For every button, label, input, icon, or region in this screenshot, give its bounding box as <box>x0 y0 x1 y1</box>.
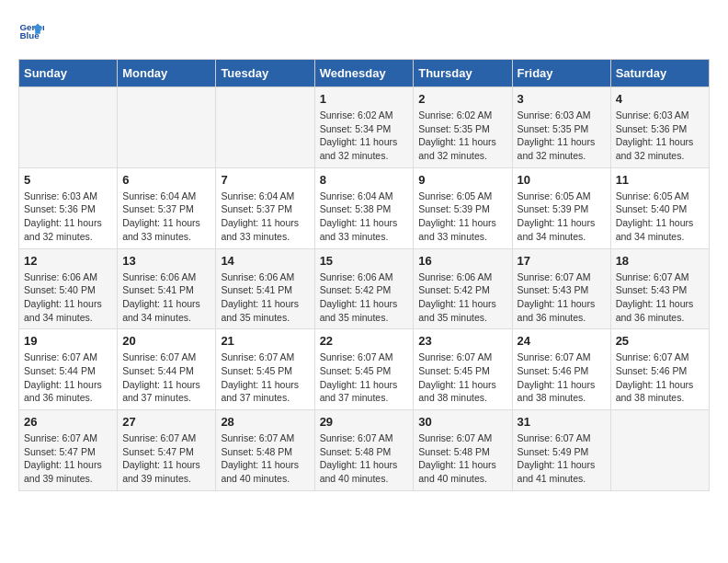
daylight-text: Daylight: 11 hours and 32 minutes. <box>320 136 398 161</box>
calendar-cell: 27 Sunrise: 6:07 AM Sunset: 5:47 PM Dayl… <box>118 410 216 491</box>
day-info: Sunrise: 6:04 AM Sunset: 5:38 PM Dayligh… <box>320 190 409 244</box>
sunset-text: Sunset: 5:44 PM <box>24 365 96 376</box>
day-info: Sunrise: 6:07 AM Sunset: 5:43 PM Dayligh… <box>518 270 606 325</box>
sunrise-text: Sunrise: 6:02 AM <box>320 109 393 121</box>
sunset-text: Sunset: 5:46 PM <box>616 365 688 376</box>
daylight-text: Daylight: 11 hours and 41 minutes. <box>518 459 596 484</box>
sunrise-text: Sunrise: 6:05 AM <box>616 190 689 201</box>
daylight-text: Daylight: 11 hours and 34 minutes. <box>616 217 694 242</box>
sunrise-text: Sunrise: 6:06 AM <box>122 271 196 282</box>
sunrise-text: Sunrise: 6:07 AM <box>24 351 97 362</box>
day-info: Sunrise: 6:07 AM Sunset: 5:44 PM Dayligh… <box>122 350 210 405</box>
sunrise-text: Sunrise: 6:03 AM <box>518 109 591 121</box>
calendar-cell: 12 Sunrise: 6:06 AM Sunset: 5:40 PM Dayl… <box>19 248 118 329</box>
calendar-cell <box>610 410 709 491</box>
calendar-cell: 17 Sunrise: 6:07 AM Sunset: 5:43 PM Dayl… <box>512 248 610 329</box>
calendar-cell: 16 Sunrise: 6:06 AM Sunset: 5:42 PM Dayl… <box>414 248 512 329</box>
sunset-text: Sunset: 5:43 PM <box>616 284 688 295</box>
day-info: Sunrise: 6:03 AM Sunset: 5:36 PM Dayligh… <box>616 109 704 163</box>
calendar-table: SundayMondayTuesdayWednesdayThursdayFrid… <box>18 59 710 491</box>
day-info: Sunrise: 6:02 AM Sunset: 5:34 PM Dayligh… <box>320 109 409 163</box>
day-info: Sunrise: 6:06 AM Sunset: 5:42 PM Dayligh… <box>320 270 409 325</box>
day-number: 29 <box>320 415 409 429</box>
sunset-text: Sunset: 5:41 PM <box>122 284 194 295</box>
sunset-text: Sunset: 5:36 PM <box>24 203 96 214</box>
day-info: Sunrise: 6:07 AM Sunset: 5:47 PM Dayligh… <box>24 431 112 486</box>
sunrise-text: Sunrise: 6:07 AM <box>320 351 393 362</box>
calendar-week-row: 26 Sunrise: 6:07 AM Sunset: 5:47 PM Dayl… <box>19 410 710 491</box>
calendar-cell <box>216 87 314 168</box>
day-number: 11 <box>616 173 704 187</box>
day-number: 10 <box>518 173 606 187</box>
weekday-header: Monday <box>118 60 216 87</box>
daylight-text: Daylight: 11 hours and 34 minutes. <box>24 298 102 323</box>
day-number: 12 <box>24 254 112 268</box>
daylight-text: Daylight: 11 hours and 33 minutes. <box>418 217 496 242</box>
sunrise-text: Sunrise: 6:05 AM <box>418 190 492 201</box>
sunset-text: Sunset: 5:42 PM <box>418 284 490 295</box>
day-number: 18 <box>616 254 704 268</box>
calendar-cell: 26 Sunrise: 6:07 AM Sunset: 5:47 PM Dayl… <box>19 410 118 491</box>
day-number: 17 <box>518 254 606 268</box>
daylight-text: Daylight: 11 hours and 37 minutes. <box>221 379 299 404</box>
weekday-header: Thursday <box>414 60 512 87</box>
weekday-header: Friday <box>512 60 610 87</box>
sunrise-text: Sunrise: 6:02 AM <box>418 109 492 121</box>
sunrise-text: Sunrise: 6:07 AM <box>418 432 492 443</box>
daylight-text: Daylight: 11 hours and 35 minutes. <box>221 298 299 323</box>
sunrise-text: Sunrise: 6:07 AM <box>320 432 393 443</box>
calendar-cell: 21 Sunrise: 6:07 AM Sunset: 5:45 PM Dayl… <box>216 329 314 410</box>
sunset-text: Sunset: 5:35 PM <box>418 123 490 134</box>
daylight-text: Daylight: 11 hours and 37 minutes. <box>320 379 398 404</box>
daylight-text: Daylight: 11 hours and 34 minutes. <box>518 217 596 242</box>
sunset-text: Sunset: 5:48 PM <box>320 446 392 457</box>
day-info: Sunrise: 6:03 AM Sunset: 5:35 PM Dayligh… <box>518 109 606 163</box>
day-number: 15 <box>320 254 409 268</box>
daylight-text: Daylight: 11 hours and 38 minutes. <box>518 379 596 404</box>
daylight-text: Daylight: 11 hours and 32 minutes. <box>616 136 694 161</box>
calendar-cell: 18 Sunrise: 6:07 AM Sunset: 5:43 PM Dayl… <box>610 248 709 329</box>
sunset-text: Sunset: 5:41 PM <box>221 284 292 295</box>
calendar-header-row: SundayMondayTuesdayWednesdayThursdayFrid… <box>19 60 710 87</box>
calendar-cell: 8 Sunrise: 6:04 AM Sunset: 5:38 PM Dayli… <box>314 167 414 248</box>
sunrise-text: Sunrise: 6:07 AM <box>122 432 196 443</box>
sunset-text: Sunset: 5:37 PM <box>221 203 292 214</box>
sunset-text: Sunset: 5:47 PM <box>24 446 96 457</box>
day-number: 21 <box>221 334 309 348</box>
calendar-cell: 30 Sunrise: 6:07 AM Sunset: 5:48 PM Dayl… <box>414 410 512 491</box>
sunset-text: Sunset: 5:45 PM <box>418 365 490 376</box>
daylight-text: Daylight: 11 hours and 32 minutes. <box>418 136 496 161</box>
daylight-text: Daylight: 11 hours and 38 minutes. <box>418 379 496 404</box>
day-number: 26 <box>24 415 112 429</box>
page-header: General Blue <box>18 18 710 44</box>
sunrise-text: Sunrise: 6:07 AM <box>616 351 689 362</box>
day-number: 2 <box>418 92 506 106</box>
day-number: 31 <box>518 415 606 429</box>
sunrise-text: Sunrise: 6:07 AM <box>221 432 294 443</box>
day-number: 4 <box>616 92 704 106</box>
day-info: Sunrise: 6:07 AM Sunset: 5:45 PM Dayligh… <box>221 350 309 405</box>
daylight-text: Daylight: 11 hours and 36 minutes. <box>518 298 596 323</box>
day-number: 7 <box>221 173 309 187</box>
day-number: 19 <box>24 334 112 348</box>
sunset-text: Sunset: 5:40 PM <box>24 284 96 295</box>
day-number: 24 <box>518 334 606 348</box>
sunset-text: Sunset: 5:48 PM <box>221 446 292 457</box>
daylight-text: Daylight: 11 hours and 39 minutes. <box>24 459 102 484</box>
calendar-cell: 22 Sunrise: 6:07 AM Sunset: 5:45 PM Dayl… <box>314 329 414 410</box>
daylight-text: Daylight: 11 hours and 35 minutes. <box>418 298 496 323</box>
calendar-week-row: 1 Sunrise: 6:02 AM Sunset: 5:34 PM Dayli… <box>19 87 710 168</box>
calendar-cell: 4 Sunrise: 6:03 AM Sunset: 5:36 PM Dayli… <box>610 87 709 168</box>
day-info: Sunrise: 6:02 AM Sunset: 5:35 PM Dayligh… <box>418 109 506 163</box>
calendar-cell: 7 Sunrise: 6:04 AM Sunset: 5:37 PM Dayli… <box>216 167 314 248</box>
day-info: Sunrise: 6:07 AM Sunset: 5:47 PM Dayligh… <box>122 431 210 486</box>
day-number: 13 <box>122 254 210 268</box>
sunrise-text: Sunrise: 6:07 AM <box>616 271 689 282</box>
sunset-text: Sunset: 5:36 PM <box>616 123 688 134</box>
sunset-text: Sunset: 5:43 PM <box>518 284 589 295</box>
weekday-header: Sunday <box>19 60 118 87</box>
sunset-text: Sunset: 5:49 PM <box>518 446 589 457</box>
day-info: Sunrise: 6:06 AM Sunset: 5:41 PM Dayligh… <box>122 270 210 325</box>
day-info: Sunrise: 6:05 AM Sunset: 5:40 PM Dayligh… <box>616 190 704 244</box>
calendar-cell: 15 Sunrise: 6:06 AM Sunset: 5:42 PM Dayl… <box>314 248 414 329</box>
